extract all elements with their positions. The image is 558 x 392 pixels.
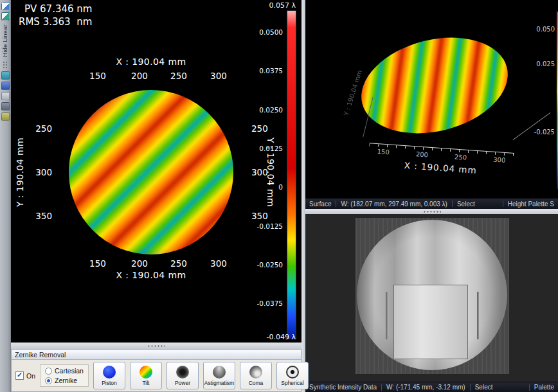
surface-map-panel: PV 67.346 nm RMS 3.363 nm X : 190.04 mm … [11, 0, 302, 343]
x-tick-top: 300 [210, 71, 227, 81]
x-tick-bottom: 300 [210, 258, 227, 269]
power-button[interactable]: Power [166, 362, 199, 389]
mode-option-zernike[interactable]: Zernike [45, 377, 84, 384]
horizontal-splitter-left[interactable] [11, 343, 302, 349]
astigmatism-icon [213, 366, 226, 379]
colorbar-tick: 0.0500 [240, 28, 283, 36]
astigmatism-label: Astigmatism [204, 380, 234, 386]
right-axis-3d-line [513, 112, 551, 140]
splitter-grip [423, 210, 441, 213]
spherical-label: Spherical [281, 380, 303, 386]
colorbar-tick: -0.0125 [240, 222, 283, 230]
splitter-grip [147, 344, 165, 348]
hide-linear-tab[interactable]: Hide Linear [2, 24, 8, 57]
spherical-icon [286, 366, 299, 379]
zernike-controls: On Cartesian Zernike Piston Tilt [12, 360, 301, 391]
tilt-button[interactable]: Tilt [130, 362, 162, 389]
pv-readout: PV 67.346 nm [24, 3, 92, 15]
zernike-removal-panel: Zernike Removal On Cartesian Zernike Pis… [11, 349, 302, 392]
y-tick-left: 300 [35, 167, 52, 177]
tilt-label: Tilt [142, 380, 149, 386]
mode-cartesian-label: Cartesian [55, 367, 84, 375]
piston-button[interactable]: Piston [93, 362, 125, 389]
coma-icon [249, 366, 262, 379]
checkbox-checked-icon[interactable] [15, 371, 24, 380]
toolbar-icon-1[interactable] [1, 71, 10, 80]
status-separator [529, 384, 530, 391]
status-separator [503, 200, 503, 207]
surface-3d-plot[interactable] [351, 23, 518, 148]
colorbar-max-label: 0.057 λ [238, 1, 296, 10]
colorbar-tick: -0.0375 [240, 299, 283, 307]
mode-option-cartesian[interactable]: Cartesian [45, 367, 84, 375]
zernike-panel-title: Zernike Removal [12, 350, 301, 360]
colorbar-3d-tick: 0.050 [521, 26, 555, 33]
toolbar-icon-2[interactable] [1, 82, 10, 90]
status-surface-coords: W: (182.07 mm, 297.49 mm, 0.003 λ) [341, 200, 447, 208]
status-intensity-coords: W: (-171.45 mm, -3.12 mm) [386, 384, 465, 391]
height-palette-button[interactable]: Height Palette S [508, 200, 554, 208]
radio-unselected-icon[interactable] [45, 368, 52, 375]
y-axis-3d-title: Y : 190.04 mm [343, 69, 363, 117]
y-tick-right: 350 [251, 211, 268, 221]
x-tick-bottom: 250 [170, 258, 187, 269]
intensity-status-bar: Synthetic Intensity Data W: (-171.45 mm,… [305, 382, 558, 392]
intensity-fiducial-right [477, 292, 479, 339]
y-tick-left: 250 [35, 123, 52, 134]
status-separator [470, 384, 471, 391]
new-document-icon[interactable] [1, 2, 10, 10]
coma-label: Coma [249, 380, 264, 386]
x-tick-3d: 200 [415, 150, 428, 158]
toolbar-icon-5[interactable] [1, 112, 10, 121]
piston-icon [103, 366, 116, 379]
toolbar-icon-3[interactable] [1, 92, 10, 100]
toolbar-grip [3, 61, 8, 69]
horizontal-splitter-right[interactable] [305, 209, 558, 214]
hide-linear-label: Hide Linear [2, 24, 8, 57]
colorbar-tick: 0.0125 [240, 145, 283, 152]
colorbar-tick: -0.0250 [240, 261, 283, 269]
zernike-on-toggle[interactable]: On [15, 371, 35, 380]
piston-label: Piston [102, 380, 117, 386]
zernike-on-label: On [26, 372, 35, 380]
x-tick-3d: 150 [377, 148, 390, 156]
colorbar-tick: 0.0375 [240, 67, 283, 75]
y-axis-title-left: Y : 190.04 mm [15, 138, 25, 207]
status-separator [336, 200, 336, 207]
power-label: Power [175, 380, 190, 386]
rms-readout: RMS 3.363 nm [19, 16, 92, 28]
x-tick-3d: 300 [493, 156, 506, 164]
y-tick-left: 350 [35, 211, 52, 221]
x-tick-bottom: 200 [131, 258, 148, 269]
y-tick-right: 250 [251, 123, 268, 134]
x-axis-title-top: X : 190.04 mm [116, 57, 186, 67]
colorbar-tick: 0.0250 [240, 106, 283, 114]
surface-height-map[interactable] [69, 90, 233, 254]
height-colorbar[interactable] [287, 10, 296, 339]
spherical-button[interactable]: Spherical [276, 362, 309, 389]
app-window: Hide Linear PV 67.346 nm RMS 3.363 nm X … [0, 0, 558, 392]
status-separator [381, 384, 382, 391]
status-surface-action: Select [457, 200, 475, 208]
power-icon [176, 366, 189, 379]
surface-3d-panel: Y : 190.04 mm 150 200 250 300 X : 190.04… [305, 0, 558, 198]
left-toolbar: Hide Linear [0, 0, 11, 392]
status-surface-name: Surface [309, 200, 331, 208]
mode-zernike-label: Zernike [55, 377, 77, 384]
colorbar-tick: 0 [240, 183, 283, 191]
colorbar-3d-tick: -0.025 [521, 129, 555, 136]
coma-button[interactable]: Coma [240, 362, 272, 389]
palette-button[interactable]: Palette [534, 384, 554, 391]
status-intensity-action: Select [475, 384, 493, 391]
open-document-icon[interactable] [1, 12, 10, 21]
radio-selected-icon[interactable] [45, 377, 52, 384]
height-map-texture [69, 90, 233, 254]
x-tick-top: 250 [170, 71, 187, 81]
x-tick-top: 200 [131, 71, 148, 81]
x-axis-title-bottom: X : 190.04 mm [116, 270, 186, 280]
toolbar-icon-4[interactable] [1, 102, 10, 111]
colorbar-min-label: -0.049 λ [238, 333, 296, 341]
intensity-test-part [393, 285, 468, 359]
astigmatism-button[interactable]: Astigmatism [203, 362, 235, 389]
surface-3d-texture [351, 23, 518, 148]
